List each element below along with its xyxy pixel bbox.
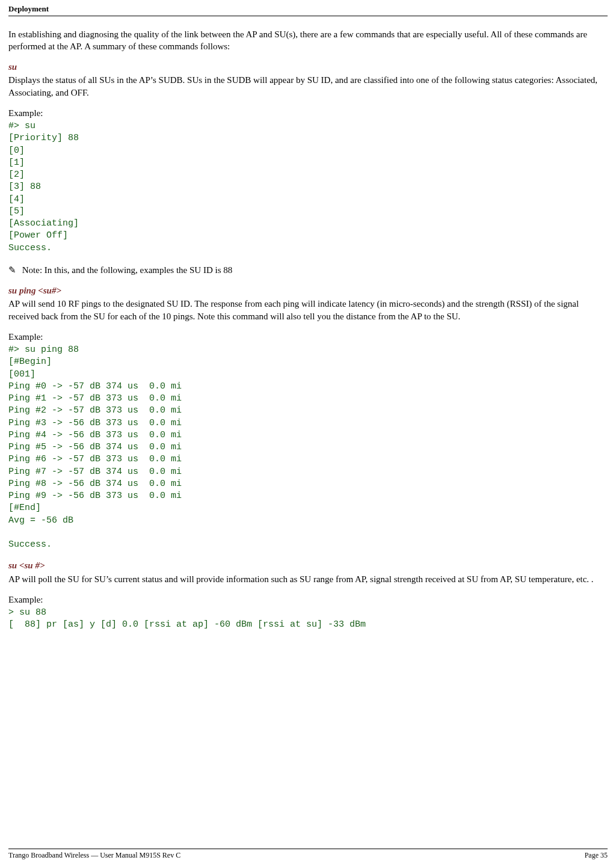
page: Deployment In establishing and diagnosin… — [0, 0, 616, 866]
cmd-su-num-name: su <su #> — [8, 560, 45, 570]
cmd-su-num-terminal: > su 88 [ 88] pr [as] y [d] 0.0 [rssi at… — [8, 607, 608, 631]
cmd-su-example-label: Example: — [8, 107, 608, 119]
cmd-su-num-desc: AP will poll the SU for SU’s current sta… — [8, 573, 608, 585]
intro-paragraph: In establishing and diagnosing the quali… — [8, 28, 608, 53]
page-footer: Trango Broadband Wireless — User Manual … — [8, 849, 608, 860]
note-line: ✎ Note: In this, and the following, exam… — [8, 264, 608, 276]
cmd-su-ping-block: su ping <su#> — [8, 284, 608, 296]
footer-left: Trango Broadband Wireless — User Manual … — [8, 850, 180, 860]
footer-right: Page 35 — [585, 850, 608, 860]
footer-row: Trango Broadband Wireless — User Manual … — [8, 850, 608, 860]
note-text: Note: In this, and the following, exampl… — [22, 265, 233, 275]
cmd-su-ping-terminal: #> su ping 88 [#Begin] [001] Ping #0 -> … — [8, 344, 608, 551]
cmd-su-desc: Displays the status of all SUs in the AP… — [8, 74, 608, 99]
running-head: Deployment — [8, 0, 608, 16]
header-rule — [8, 16, 608, 16]
cmd-su-num-example-label: Example: — [8, 594, 608, 606]
cmd-su-ping-name: su ping <su#> — [8, 286, 61, 295]
cmd-su-ping-desc: AP will send 10 RF pings to the designat… — [8, 298, 608, 322]
cmd-su-ping-example-label: Example: — [8, 331, 608, 343]
pencil-icon: ✎ — [8, 265, 16, 275]
cmd-su-block: su — [8, 61, 608, 73]
cmd-su-terminal: #> su [Priority] 88 [0] [1] [2] [3] 88 [… — [8, 120, 608, 254]
footer-rule — [8, 849, 608, 849]
cmd-su-num-block: su <su #> — [8, 559, 608, 571]
cmd-su-name: su — [8, 62, 17, 72]
